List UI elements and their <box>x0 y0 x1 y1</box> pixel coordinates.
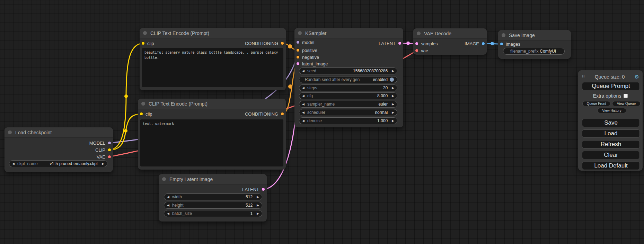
height-widget[interactable]: ◀ height 512 ▶ <box>164 202 262 209</box>
node-title-bar[interactable]: Empty Latent Image <box>159 174 267 184</box>
load-default-button[interactable]: Load Default <box>582 162 640 170</box>
sampler-name-widget[interactable]: ◀ sampler_name euler ▶ <box>299 101 397 108</box>
increment-icon[interactable]: ▶ <box>257 212 259 215</box>
latent-slot-dot[interactable] <box>415 42 418 45</box>
model-slot-dot[interactable] <box>108 141 111 145</box>
input-slot-clip[interactable]: clip <box>140 111 152 117</box>
clip-slot-dot[interactable] <box>108 148 111 152</box>
conditioning-slot-dot[interactable] <box>281 112 284 116</box>
decrement-icon[interactable]: ◀ <box>12 162 15 165</box>
collapse-dot-icon[interactable] <box>143 31 147 35</box>
decrement-icon[interactable]: ◀ <box>302 103 305 106</box>
collapse-dot-icon[interactable] <box>162 177 166 181</box>
queue-front-button[interactable]: Queue Front <box>582 101 610 106</box>
node-load-checkpoint[interactable]: Load Checkpoint MODEL CLIP VAE ◀ ckpt_na… <box>5 127 113 172</box>
output-slot-clip[interactable]: CLIP <box>95 147 111 153</box>
decrement-icon[interactable]: ◀ <box>167 204 169 207</box>
input-slot-vae[interactable]: vae <box>415 48 428 53</box>
node-title-bar[interactable]: VAE Decode <box>413 28 487 39</box>
decrement-icon[interactable]: ◀ <box>302 111 305 114</box>
node-graph-canvas[interactable]: Load Checkpoint MODEL CLIP VAE ◀ ckpt_na… <box>0 0 644 244</box>
latent-slot-dot[interactable] <box>398 42 402 45</box>
cfg-widget[interactable]: ◀ cfg 8.000 ▶ <box>299 92 397 99</box>
conditioning-slot-dot[interactable] <box>296 55 300 59</box>
node-title-bar[interactable]: Save Image <box>498 30 571 40</box>
collapse-dot-icon[interactable] <box>502 33 505 37</box>
increment-icon[interactable]: ▶ <box>392 87 394 90</box>
node-title-bar[interactable]: KSampler <box>294 28 403 38</box>
input-slot-model[interactable]: model <box>296 39 314 45</box>
node-title-bar[interactable]: Load Checkpoint <box>5 127 113 138</box>
decrement-icon[interactable]: ◀ <box>167 212 169 215</box>
input-slot-positive[interactable]: positive <box>296 47 317 53</box>
decrement-icon[interactable]: ◀ <box>302 94 305 98</box>
increment-icon[interactable]: ▶ <box>392 119 394 123</box>
node-title-bar[interactable]: CLIP Text Encode (Prompt) <box>140 28 286 38</box>
latent-slot-dot[interactable] <box>262 188 265 191</box>
settings-gear-icon[interactable]: ⚙ <box>635 74 639 80</box>
save-button[interactable]: Save <box>582 119 640 127</box>
output-slot-conditioning[interactable]: CONDITIONING <box>245 111 284 117</box>
input-slot-samples[interactable]: samples <box>415 41 438 46</box>
drag-handle-icon[interactable]: ⠿ <box>582 74 585 80</box>
node-clip-text-encode-positive[interactable]: CLIP Text Encode (Prompt) clip CONDITION… <box>140 28 286 90</box>
increment-icon[interactable]: ▶ <box>392 70 394 73</box>
view-history-button[interactable]: View History <box>597 108 626 113</box>
increment-icon[interactable]: ▶ <box>392 111 394 114</box>
collapse-dot-icon[interactable] <box>141 102 145 106</box>
clear-button[interactable]: Clear <box>582 151 640 159</box>
output-slot-latent[interactable]: LATENT <box>242 187 265 192</box>
input-slot-latent-image[interactable]: latent_image <box>296 61 328 66</box>
model-slot-dot[interactable] <box>296 40 300 44</box>
increment-icon[interactable]: ▶ <box>257 196 259 199</box>
increment-icon[interactable]: ▶ <box>102 162 104 165</box>
increment-icon[interactable]: ▶ <box>392 94 394 98</box>
collapse-dot-icon[interactable] <box>8 130 12 134</box>
extra-options-checkbox[interactable] <box>624 94 628 98</box>
random-seed-toggle-widget[interactable]: Random seed after every gen enabled <box>299 76 397 83</box>
denoise-widget[interactable]: ◀ denoise 1.000 ▶ <box>299 117 397 124</box>
load-button[interactable]: Load <box>582 129 640 138</box>
decrement-icon[interactable]: ◀ <box>302 87 305 90</box>
ckpt-name-widget[interactable]: ◀ ckpt_name v1-5-pruned-emaonly.ckpt ▶ <box>9 160 107 167</box>
image-slot-dot[interactable] <box>500 42 503 46</box>
collapse-dot-icon[interactable] <box>417 31 421 35</box>
node-title-bar[interactable]: CLIP Text Encode (Prompt) <box>138 99 286 109</box>
filename-prefix-widget[interactable]: filename_prefix ComfyUI <box>503 48 565 55</box>
batch-size-widget[interactable]: ◀ batch_size 1 ▶ <box>164 210 262 217</box>
node-ksampler[interactable]: KSampler model positive negative latent_… <box>294 28 403 127</box>
node-save-image[interactable]: Save Image images filename_prefix ComfyU… <box>498 30 571 59</box>
positive-prompt-textarea[interactable]: beautiful scenery nature glass bottle la… <box>142 48 283 87</box>
view-queue-button[interactable]: View Queue <box>612 101 641 106</box>
output-slot-latent[interactable]: LATENT <box>379 40 402 46</box>
queue-prompt-button[interactable]: Queue Prompt <box>582 82 640 90</box>
output-slot-image[interactable]: IMAGE <box>465 41 485 46</box>
clip-slot-dot[interactable] <box>141 42 145 45</box>
steps-widget[interactable]: ◀ steps 20 ▶ <box>299 84 397 91</box>
collapse-dot-icon[interactable] <box>298 31 302 35</box>
input-slot-negative[interactable]: negative <box>296 54 319 60</box>
input-slot-images[interactable]: images <box>500 41 520 47</box>
clip-slot-dot[interactable] <box>140 112 143 116</box>
decrement-icon[interactable]: ◀ <box>302 70 305 73</box>
latent-slot-dot[interactable] <box>296 62 300 65</box>
output-slot-model[interactable]: MODEL <box>89 140 111 146</box>
increment-icon[interactable]: ▶ <box>257 204 259 207</box>
image-slot-dot[interactable] <box>482 42 485 45</box>
vae-slot-dot[interactable] <box>415 49 418 52</box>
conditioning-slot-dot[interactable] <box>296 48 300 52</box>
negative-prompt-textarea[interactable]: text, watermark <box>140 119 283 166</box>
vae-slot-dot[interactable] <box>108 155 111 159</box>
node-clip-text-encode-negative[interactable]: CLIP Text Encode (Prompt) clip CONDITION… <box>138 99 286 170</box>
refresh-button[interactable]: Refresh <box>582 140 640 148</box>
conditioning-slot-dot[interactable] <box>281 42 284 45</box>
node-vae-decode[interactable]: VAE Decode samples vae IMAGE <box>413 28 487 55</box>
increment-icon[interactable]: ▶ <box>392 103 394 106</box>
seed-widget[interactable]: ◀ seed 156680208700286 ▶ <box>299 67 397 74</box>
node-empty-latent-image[interactable]: Empty Latent Image LATENT ◀ width 512 ▶ … <box>159 174 267 222</box>
input-slot-clip[interactable]: clip <box>141 40 154 46</box>
decrement-icon[interactable]: ◀ <box>302 119 305 123</box>
width-widget[interactable]: ◀ width 512 ▶ <box>164 193 262 200</box>
output-slot-conditioning[interactable]: CONDITIONING <box>245 40 284 46</box>
scheduler-widget[interactable]: ◀ scheduler normal ▶ <box>299 109 397 116</box>
